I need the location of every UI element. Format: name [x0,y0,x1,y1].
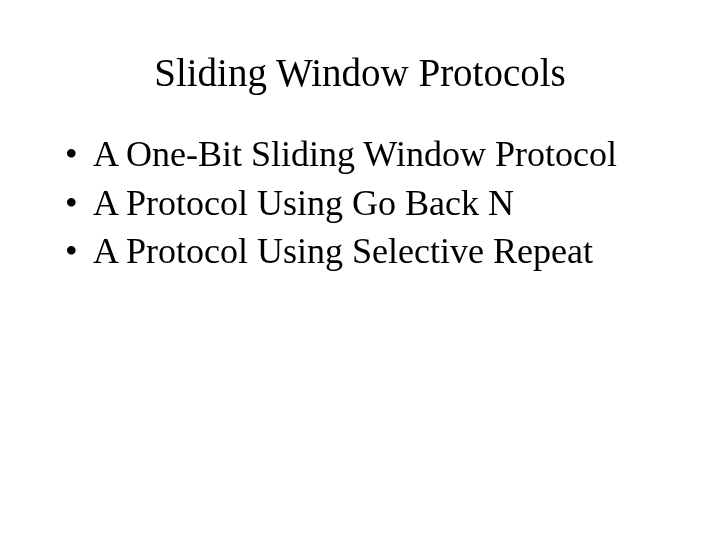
list-item: A One-Bit Sliding Window Protocol [65,130,680,179]
list-item: A Protocol Using Selective Repeat [65,227,680,276]
bullet-list: A One-Bit Sliding Window Protocol A Prot… [40,130,680,276]
list-item: A Protocol Using Go Back N [65,179,680,228]
slide-title: Sliding Window Protocols [40,50,680,95]
